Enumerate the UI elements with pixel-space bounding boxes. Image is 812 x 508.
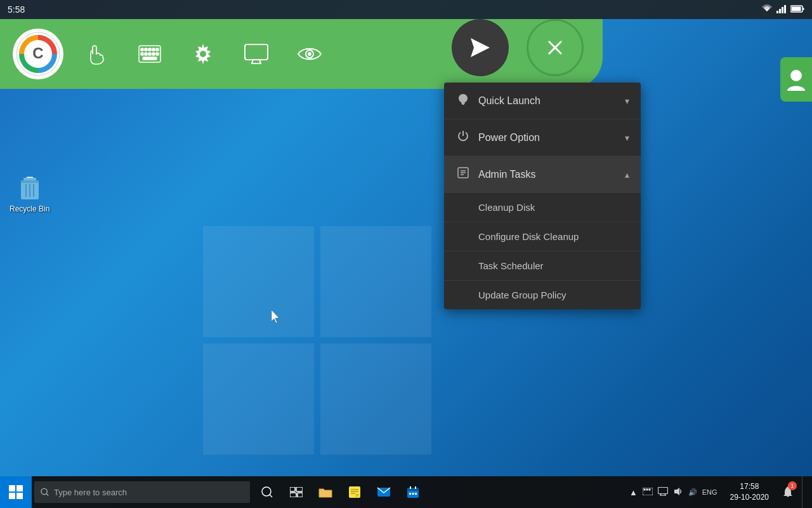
taskbar-tray: ▲: [619, 476, 812, 508]
recycle-bin-icon: [15, 171, 45, 202]
svg-point-32: [308, 52, 311, 56]
search-input[interactable]: [54, 488, 244, 497]
svg-rect-22: [148, 53, 151, 55]
update-group-policy-item[interactable]: Update Group Policy: [444, 281, 641, 309]
svg-rect-50: [16, 493, 23, 499]
svg-line-52: [46, 494, 48, 496]
svg-rect-49: [9, 493, 15, 499]
svg-rect-18: [152, 48, 155, 51]
display-button[interactable]: [236, 34, 277, 74]
show-desktop-button[interactable]: [802, 476, 807, 508]
status-icons: [761, 4, 804, 15]
tray-keyboard-icon[interactable]: [643, 488, 653, 497]
settings-button[interactable]: [183, 34, 223, 74]
quick-launch-chevron: ▾: [625, 96, 629, 106]
close-button[interactable]: [527, 19, 584, 76]
wifi-icon: [761, 4, 773, 15]
svg-rect-69: [412, 493, 414, 495]
svg-rect-9: [792, 7, 801, 11]
sticky-notes-button[interactable]: [340, 476, 369, 508]
calendar-button[interactable]: [398, 476, 428, 508]
svg-rect-56: [296, 487, 303, 491]
svg-rect-59: [349, 486, 360, 498]
svg-rect-58: [298, 493, 303, 497]
language-indicator[interactable]: 🔊: [688, 488, 697, 497]
svg-rect-0: [203, 226, 314, 337]
task-view-button[interactable]: [282, 476, 311, 508]
cleanup-disk-item[interactable]: Cleanup Disk: [444, 193, 641, 222]
svg-rect-68: [409, 493, 411, 495]
svg-rect-48: [16, 485, 23, 491]
configure-disk-cleanup-item[interactable]: Configure Disk Cleanup: [444, 222, 641, 251]
admin-tasks-label: Admin Tasks: [478, 169, 535, 180]
power-option-chevron: ▾: [625, 133, 629, 143]
svg-rect-47: [9, 485, 15, 491]
eye-button[interactable]: [289, 34, 330, 74]
tray-volume-icon[interactable]: [673, 487, 683, 498]
svg-rect-24: [156, 53, 159, 55]
search-bar[interactable]: [34, 481, 250, 503]
svg-rect-21: [145, 53, 147, 55]
svg-rect-25: [143, 57, 157, 60]
clock-time: 17:58: [740, 481, 759, 492]
signal-icon: [776, 4, 787, 15]
svg-rect-5: [779, 9, 781, 13]
svg-rect-15: [141, 48, 143, 51]
keyboard-button[interactable]: [129, 34, 170, 74]
user-profile-button[interactable]: [780, 57, 812, 102]
svg-text:C: C: [32, 44, 43, 62]
svg-rect-1: [320, 226, 431, 337]
taskbar-clock[interactable]: 17:58 29-10-2020: [725, 481, 774, 503]
admin-tasks-item[interactable]: Admin Tasks ▴: [444, 156, 641, 193]
power-option-icon: [455, 130, 471, 145]
power-option-label: Power Option: [478, 132, 540, 144]
tray-expand-icon[interactable]: ▲: [629, 488, 638, 497]
svg-rect-7: [784, 5, 786, 13]
file-explorer-button[interactable]: [311, 476, 340, 508]
svg-point-35: [790, 70, 802, 81]
svg-rect-75: [658, 487, 667, 493]
language-label[interactable]: ENG: [702, 488, 717, 496]
svg-rect-41: [21, 180, 39, 183]
battery-icon: [790, 4, 804, 15]
start-button[interactable]: [0, 476, 32, 508]
windows-bg-logo: [190, 213, 444, 470]
svg-rect-65: [407, 488, 419, 491]
svg-line-54: [270, 495, 272, 497]
notification-button[interactable]: 1: [776, 476, 799, 508]
svg-point-51: [41, 488, 47, 494]
status-time: 5:58: [8, 4, 25, 15]
app-logo[interactable]: C: [13, 29, 63, 79]
svg-rect-16: [145, 48, 147, 51]
recycle-bin[interactable]: Recycle Bin: [10, 171, 49, 213]
dropdown-menu: Quick Launch ▾ Power Option ▾: [444, 83, 641, 309]
svg-rect-74: [649, 489, 650, 490]
send-button[interactable]: [452, 19, 509, 76]
gesture-button[interactable]: [76, 34, 117, 74]
svg-rect-17: [148, 48, 151, 51]
svg-rect-72: [644, 489, 645, 490]
svg-rect-70: [415, 493, 417, 495]
svg-rect-27: [245, 44, 268, 60]
svg-rect-4: [776, 11, 778, 13]
taskbar-tray-icons[interactable]: ▲: [624, 487, 723, 498]
notification-badge: 1: [788, 481, 797, 490]
quick-launch-label: Quick Launch: [478, 95, 540, 107]
svg-rect-73: [646, 489, 648, 490]
svg-rect-20: [141, 53, 143, 55]
svg-rect-23: [152, 53, 155, 55]
svg-point-53: [262, 487, 271, 496]
quick-launch-item[interactable]: Quick Launch ▾: [444, 83, 641, 119]
svg-rect-3: [320, 344, 431, 455]
clock-date: 29-10-2020: [730, 492, 769, 503]
power-option-item[interactable]: Power Option ▾: [444, 119, 641, 156]
tray-display-icon[interactable]: [658, 487, 668, 498]
desktop: 5:58: [0, 0, 812, 508]
recycle-bin-label: Recycle Bin: [10, 204, 49, 213]
toolbar: C: [0, 19, 603, 89]
mail-button[interactable]: [369, 476, 398, 508]
svg-rect-43: [23, 178, 36, 180]
taskbar: ▲: [0, 476, 812, 508]
task-scheduler-item[interactable]: Task Scheduler: [444, 251, 641, 281]
search-icon-button[interactable]: [252, 476, 282, 508]
